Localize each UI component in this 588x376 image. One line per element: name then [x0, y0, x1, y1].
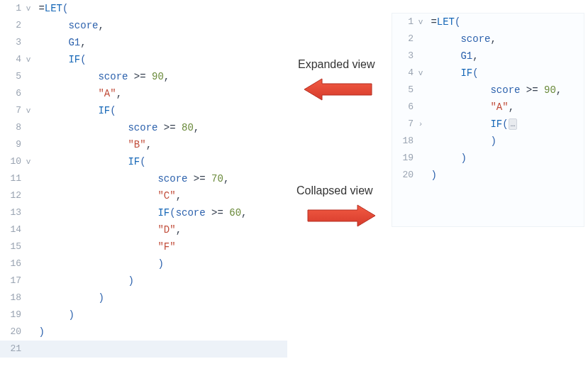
line-number: 9 — [0, 136, 24, 153]
code-line[interactable]: 13 IF(score >= 60, — [0, 204, 287, 221]
token: LET — [45, 3, 62, 14]
token: IF — [98, 105, 110, 116]
fold-toggle-icon — [24, 289, 33, 306]
code-line[interactable]: 20 ) — [392, 167, 584, 184]
code-content[interactable]: IF( — [33, 102, 287, 119]
code-content[interactable]: "A", — [33, 85, 287, 102]
code-line[interactable]: 1v =LET( — [392, 13, 584, 31]
code-line[interactable]: 4v IF( — [392, 65, 584, 82]
fold-toggle-icon[interactable]: v — [416, 65, 425, 82]
fold-toggle-icon — [416, 82, 425, 99]
code-line[interactable]: 12 "C", — [0, 187, 287, 204]
code-content[interactable]: "F" — [33, 238, 287, 255]
token: ( — [170, 207, 175, 219]
code-content[interactable]: score >= 70, — [33, 170, 287, 187]
token: ) — [98, 292, 104, 304]
code-content[interactable]: G1, — [425, 48, 584, 65]
code-content[interactable]: score >= 80, — [33, 119, 287, 136]
code-content[interactable]: ) — [425, 167, 584, 184]
code-content[interactable]: IF(score >= 60, — [33, 204, 287, 221]
code-line[interactable]: 21 — [0, 341, 287, 358]
line-number: 7 — [0, 102, 24, 119]
code-line[interactable]: 1v =LET( — [0, 0, 287, 17]
code-line[interactable]: 6 "A", — [0, 85, 287, 102]
code-content[interactable]: ) — [33, 324, 287, 341]
code-line[interactable]: 5 score >= 90, — [0, 68, 287, 85]
code-content[interactable]: IF(… — [425, 116, 584, 133]
token: score — [176, 207, 206, 219]
code-line[interactable]: 15 "F" — [0, 238, 287, 255]
code-content[interactable]: ) — [425, 150, 584, 167]
code-editor-expanded: 1v =LET(2 score,3 G1,4v IF(5 score >= 90… — [0, 0, 287, 376]
token: >= — [157, 122, 182, 133]
token: score — [128, 122, 157, 133]
code-content[interactable]: G1, — [33, 34, 287, 51]
line-number: 6 — [0, 85, 24, 102]
token: 80 — [182, 122, 194, 133]
code-line[interactable]: 19 ) — [0, 306, 287, 324]
code-line[interactable]: 7v IF( — [0, 102, 287, 119]
line-number: 13 — [0, 204, 24, 221]
code-content[interactable]: =LET( — [33, 0, 287, 17]
token: ) — [128, 275, 133, 287]
token: ) — [490, 136, 496, 147]
code-content[interactable]: ) — [33, 306, 287, 324]
code-line[interactable]: 7› IF(… — [392, 116, 584, 133]
code-content[interactable]: IF( — [425, 65, 584, 82]
code-line[interactable]: 5 score >= 90, — [392, 82, 584, 99]
code-content[interactable]: IF( — [33, 51, 287, 68]
fold-toggle-icon[interactable]: v — [24, 51, 33, 68]
token: ) — [68, 309, 74, 321]
code-line[interactable]: 6 "A", — [392, 99, 584, 116]
fold-toggle-icon[interactable]: v — [24, 153, 33, 170]
code-line[interactable]: 2 score, — [0, 17, 287, 34]
code-line[interactable]: 4v IF( — [0, 51, 287, 68]
code-content[interactable]: ) — [33, 272, 287, 289]
token: , — [116, 88, 122, 99]
code-content[interactable]: =LET( — [425, 13, 584, 31]
code-content[interactable]: score, — [33, 17, 287, 34]
code-content[interactable]: "D", — [33, 221, 287, 238]
code-line[interactable]: 8 score >= 80, — [0, 119, 287, 136]
code-content[interactable]: ) — [425, 133, 584, 150]
line-number: 21 — [0, 341, 24, 358]
fold-toggle-icon[interactable]: › — [416, 116, 425, 133]
fold-toggle-icon — [24, 136, 33, 153]
token: ( — [502, 118, 508, 130]
code-line[interactable]: 9 "B", — [0, 136, 287, 153]
code-content[interactable]: ) — [33, 255, 287, 272]
code-line[interactable]: 14 "D", — [0, 221, 287, 238]
code-content[interactable]: "C", — [33, 187, 287, 204]
code-content[interactable]: "B", — [33, 136, 287, 153]
code-line[interactable]: 2 score, — [392, 31, 584, 48]
code-line[interactable]: 18 ) — [392, 133, 584, 150]
token: , — [146, 139, 152, 150]
code-content[interactable] — [33, 341, 287, 358]
line-number: 1 — [392, 13, 416, 31]
token: , — [472, 50, 478, 62]
code-content[interactable]: score, — [425, 31, 584, 48]
code-content[interactable]: score >= 90, — [33, 68, 287, 85]
code-line[interactable]: 10v IF( — [0, 153, 287, 170]
code-line[interactable]: 3 G1, — [392, 48, 584, 65]
fold-toggle-icon[interactable]: v — [24, 0, 33, 17]
fold-toggle-icon[interactable]: v — [24, 102, 33, 119]
fold-toggle-icon[interactable]: v — [416, 13, 425, 31]
code-content[interactable]: score >= 90, — [425, 82, 584, 99]
code-line[interactable]: 17 ) — [0, 272, 287, 289]
code-line[interactable]: 18 ) — [0, 289, 287, 306]
token: score — [98, 71, 128, 82]
line-number: 6 — [392, 99, 416, 116]
code-line[interactable]: 11 score >= 70, — [0, 170, 287, 187]
line-number: 5 — [0, 68, 24, 85]
code-content[interactable]: ) — [33, 289, 287, 306]
line-number: 15 — [0, 238, 24, 255]
code-line[interactable]: 16 ) — [0, 255, 287, 272]
code-content[interactable]: "A", — [425, 99, 584, 116]
code-line[interactable]: 20 ) — [0, 324, 287, 341]
line-number: 1 — [0, 0, 24, 17]
code-line[interactable]: 3 G1, — [0, 34, 287, 51]
code-line[interactable]: 19 ) — [392, 150, 584, 167]
code-content[interactable]: IF( — [33, 153, 287, 170]
fold-toggle-icon — [416, 99, 425, 116]
